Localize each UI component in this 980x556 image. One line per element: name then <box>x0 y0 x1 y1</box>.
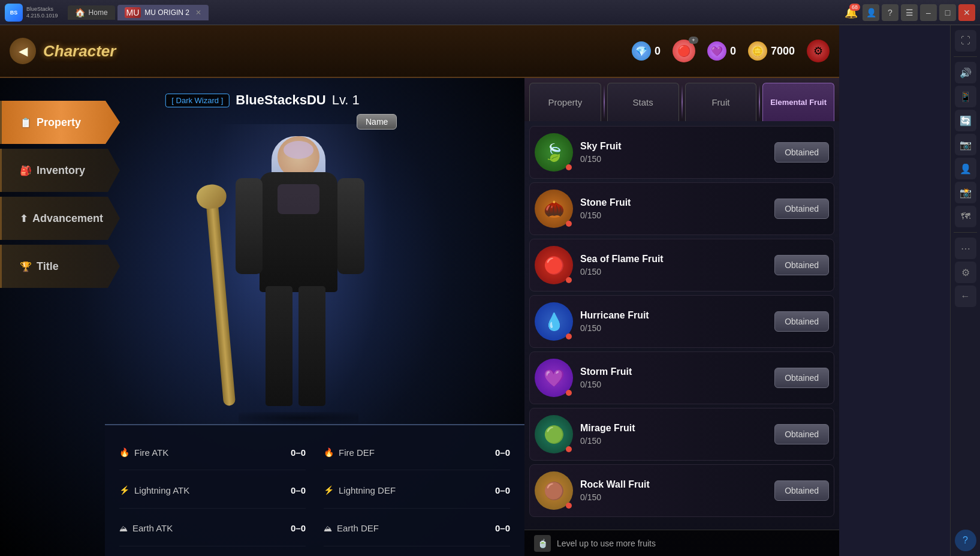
stat-icon: 🔥 <box>324 447 334 457</box>
class-badge-text: Dark Wizard <box>176 96 219 105</box>
char-right-arm <box>337 178 364 274</box>
side-nav: 📋 Property 🎒 Inventory ⬆ Advancement 🏆 T… <box>0 53 126 288</box>
list-item: 🔴 Sea of Flame Fruit 0/150 Obtained <box>529 239 834 291</box>
nav-inventory-label: Inventory <box>37 164 85 177</box>
stat-icon: 🔥 <box>119 447 129 457</box>
tip-icon: 🍵 <box>534 535 551 552</box>
list-item: 🟢 Mirage Fruit 0/150 Obtained <box>529 408 834 461</box>
diamond-icon: 💎 <box>632 41 651 61</box>
fruit-icon: 🍃 <box>535 133 573 172</box>
stat-label: ⚡ Lightning DEF <box>324 485 396 495</box>
class-badge: [ Dark Wizard ] <box>165 94 230 107</box>
tab-header: Property Stats Fruit Elemental Fruit <box>524 78 839 121</box>
help-sidebar-btn[interactable]: ? <box>955 530 976 551</box>
diamond-currency: 💎 0 <box>632 41 661 61</box>
back-sidebar-btn[interactable]: ← <box>955 285 976 307</box>
fruit-info: Hurricane Fruit 0/150 <box>580 310 767 333</box>
settings-sidebar-btn[interactable]: ⚙ <box>955 262 976 283</box>
volume-btn[interactable]: 🔊 <box>955 62 976 83</box>
right-panel: Property Stats Fruit Elemental Fruit 🍃 S… <box>524 78 839 556</box>
obtained-button[interactable]: Obtained <box>774 480 829 501</box>
stat-label: ⚡ Lightning ATK <box>119 485 189 495</box>
inventory-icon: 🎒 <box>20 165 32 176</box>
phone-btn[interactable]: 📱 <box>955 86 976 107</box>
char-left-arm <box>236 178 263 274</box>
bottom-tip: 🍵 Level up to use more fruits <box>524 530 839 556</box>
stat-name: Fire DEF <box>339 447 375 458</box>
fruit-progress: 0/150 <box>580 154 767 164</box>
nav-title-label: Title <box>37 260 59 273</box>
stat-row: ⛰ Earth DEF 0–0 <box>324 511 510 546</box>
char-torso <box>260 172 337 292</box>
nav-advancement[interactable]: ⬆ Advancement <box>0 197 120 240</box>
tab-game-label: MU ORIGIN 2 <box>144 8 189 17</box>
nav-advancement-label: Advancement <box>32 212 103 225</box>
stat-row: 🔥 Fire ATK 0–0 <box>119 435 306 470</box>
obtained-button[interactable]: Obtained <box>774 368 829 388</box>
account-btn[interactable]: 👤 <box>955 158 976 179</box>
fruit-progress: 0/150 <box>580 211 767 220</box>
tab-property[interactable]: Property <box>529 83 601 121</box>
fruit-progress: 0/150 <box>580 323 767 333</box>
rotate-btn[interactable]: 🔄 <box>955 110 976 131</box>
titlebar: BS BlueStacks 4.215.0.1019 🏠 Home MU MU … <box>0 0 980 25</box>
minimize-btn[interactable]: – <box>920 4 937 21</box>
nav-title[interactable]: 🏆 Title <box>0 245 120 288</box>
tab-divider-2 <box>682 85 683 119</box>
fruit-icon: 💧 <box>535 302 573 341</box>
stat-row: ⚡ Lightning ATK 0–0 <box>119 473 306 508</box>
amethyst-icon: 💜 <box>707 41 726 61</box>
obtained-button[interactable]: Obtained <box>774 424 829 444</box>
stat-label: ⛰ Earth DEF <box>324 523 379 533</box>
tab-home[interactable]: 🏠 Home <box>68 5 115 20</box>
stat-value: 0–0 <box>291 447 306 458</box>
person-btn[interactable]: 👤 <box>863 4 879 21</box>
stats-panel: 🔥 Fire ATK 0–0 🔥 Fire DEF 0–0 ⚡ Lightnin… <box>105 424 524 556</box>
gold-value: 7000 <box>771 45 795 58</box>
camera-btn[interactable]: 📸 <box>955 182 976 203</box>
tab-property-label: Property <box>548 97 583 107</box>
stat-name: Lightning DEF <box>339 485 396 495</box>
tab-fruit-label: Fruit <box>711 97 729 107</box>
stat-row: 🔥 Fire DEF 0–0 <box>324 435 510 470</box>
tab-elemental-fruit[interactable]: Elemental Fruit <box>762 83 834 121</box>
obtained-button[interactable]: Obtained <box>774 311 829 332</box>
title-icon: 🏆 <box>20 261 32 272</box>
notification-bell[interactable]: 🔔 68 <box>845 6 858 19</box>
char-silhouette <box>227 136 370 424</box>
fullscreen-btn[interactable]: ⛶ <box>955 30 976 52</box>
ruby-container: 🔴 + <box>673 40 695 62</box>
stat-value: 0–0 <box>495 447 510 458</box>
stat-value: 0–0 <box>495 485 510 495</box>
tab-fruit[interactable]: Fruit <box>685 83 757 121</box>
fruit-progress: 0/150 <box>580 492 767 502</box>
stat-value: 0–0 <box>291 485 306 495</box>
fruit-progress: 0/150 <box>580 380 767 389</box>
currency-group: 💎 0 🔴 + 💜 0 🪙 7000 ⚙ <box>632 40 830 62</box>
stat-row: ⚡ Lightning DEF 0–0 <box>324 473 510 508</box>
map-btn[interactable]: 🗺 <box>955 206 976 227</box>
stat-name: Fire ATK <box>134 447 168 458</box>
amethyst-value: 0 <box>730 45 736 58</box>
obtained-button[interactable]: Obtained <box>774 199 829 219</box>
fruit-icon: 🟤 <box>535 471 573 510</box>
tab-game[interactable]: MU MU ORIGIN 2 ✕ <box>117 5 209 20</box>
stat-name: Earth ATK <box>132 523 173 533</box>
nav-inventory[interactable]: 🎒 Inventory <box>0 149 120 192</box>
amethyst-currency: 💜 0 <box>707 41 736 61</box>
settings-icon[interactable]: ⚙ <box>807 40 830 62</box>
obtained-button[interactable]: Obtained <box>774 142 829 163</box>
tab-stats[interactable]: Stats <box>607 83 679 121</box>
obtained-button[interactable]: Obtained <box>774 255 829 275</box>
screenshot-btn[interactable]: 📷 <box>955 134 976 155</box>
menu-btn[interactable]: ☰ <box>901 4 918 21</box>
character-figure <box>209 124 388 424</box>
maximize-btn[interactable]: □ <box>939 4 956 21</box>
sidebar-sep-2 <box>954 232 977 233</box>
stat-label: 🔥 Fire ATK <box>119 447 168 458</box>
close-btn[interactable]: ✕ <box>958 4 975 21</box>
more-btn[interactable]: ⋯ <box>955 238 976 259</box>
fruit-name: Mirage Fruit <box>580 423 767 434</box>
nav-property[interactable]: 📋 Property <box>0 101 120 144</box>
help-btn[interactable]: ? <box>882 4 898 21</box>
